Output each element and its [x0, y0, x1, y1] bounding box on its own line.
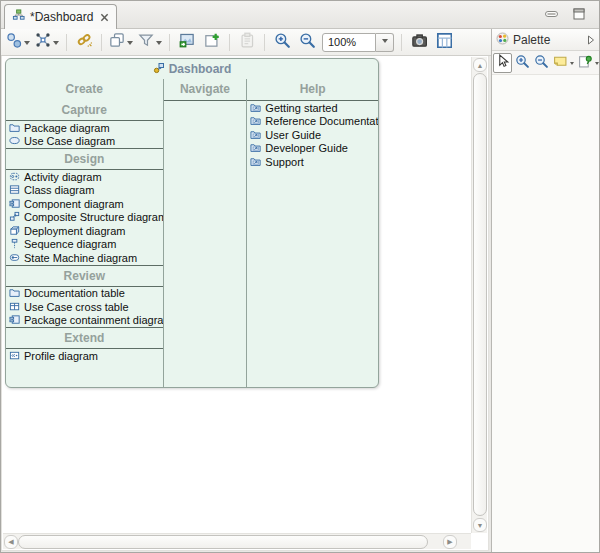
help-folder-icon	[250, 102, 262, 114]
horizontal-scroll-thumb[interactable]	[18, 535, 428, 549]
dashboard-icon	[153, 62, 165, 77]
palette-header[interactable]: Palette	[492, 29, 599, 51]
new-diagram-view-button[interactable]	[200, 31, 224, 53]
minimize-view-button[interactable]	[543, 7, 559, 20]
diagram-toolbar: 100%	[1, 29, 491, 56]
editor-area: Dashboard CreateCapturePackage diagramUs…	[1, 56, 489, 551]
dashboard-item-support[interactable]: Support	[247, 155, 378, 169]
dashboard-item-sequence-diagram[interactable]: Sequence diagram	[6, 238, 163, 252]
tab-close-icon[interactable]	[100, 13, 109, 22]
dashboard-column-navigate: Navigate	[163, 79, 247, 387]
dashboard-item-documentation-table[interactable]: Documentation table	[6, 287, 163, 301]
dashboard-item-user-guide[interactable]: User Guide	[247, 128, 378, 142]
maximize-view-button[interactable]	[571, 7, 587, 20]
dashboard-item-class-diagram[interactable]: Class diagram	[6, 184, 163, 198]
sync-with-model-button[interactable]	[72, 31, 96, 53]
zoom-in-button[interactable]	[270, 31, 294, 53]
column-header-navigate: Navigate	[164, 79, 247, 100]
scroll-down-arrow[interactable]: ▼	[473, 518, 487, 532]
help-folder-icon	[250, 129, 262, 141]
palette-zoom-in-tool[interactable]	[512, 53, 531, 73]
dropdown-arrow-icon[interactable]	[24, 41, 30, 48]
scroll-up-arrow[interactable]: ▲	[473, 58, 487, 72]
dashboard-item-state-machine-diagram[interactable]: State Machine diagram	[6, 251, 163, 265]
arrange-selection-button[interactable]	[4, 31, 32, 53]
dashboard-title: Dashboard	[169, 62, 232, 76]
dashboard-item-component-diagram[interactable]: Component diagram	[6, 197, 163, 211]
class-icon	[9, 184, 21, 196]
vertical-scroll-thumb[interactable]	[473, 73, 487, 516]
dashboard-item-label: Class diagram	[24, 184, 94, 196]
dropdown-arrow-icon[interactable]	[127, 41, 133, 48]
activity-icon	[9, 171, 21, 183]
dashboard-item-label: User Guide	[265, 129, 321, 141]
dashboard-item-use-case-diagram[interactable]: Use Case diagram	[6, 135, 163, 149]
palette-zoom-out-tool[interactable]	[531, 53, 550, 73]
horizontal-scrollbar[interactable]: ◀ ▶	[3, 533, 471, 549]
diagram-canvas[interactable]: Dashboard CreateCapturePackage diagramUs…	[2, 56, 471, 534]
column-header-create: Create	[6, 79, 163, 100]
zoom-out-button[interactable]	[295, 31, 319, 53]
palette-title: Palette	[513, 33, 550, 47]
dashboard-item-label: Documentation table	[24, 287, 125, 299]
section-header-review: Review	[6, 266, 163, 286]
section-header-capture: Capture	[6, 100, 163, 120]
snapshot-button[interactable]	[407, 31, 431, 53]
dashboard-item-profile-diagram[interactable]: Profile diagram	[6, 349, 163, 363]
dropdown-arrow-icon[interactable]	[595, 62, 599, 67]
dashboard-item-use-case-cross-table[interactable]: Use Case cross table	[6, 300, 163, 314]
zoom-out-icon	[534, 54, 548, 72]
toolbar-separator	[229, 34, 230, 51]
dropdown-arrow-icon[interactable]	[53, 41, 59, 48]
application-window: *Dashboard 100%	[0, 0, 600, 553]
layout-menu-button[interactable]	[33, 31, 61, 53]
filter-menu-button[interactable]	[136, 31, 164, 53]
scroll-right-arrow[interactable]: ▶	[443, 535, 457, 549]
palette-toolbar	[492, 51, 599, 75]
toolbar-separator	[264, 34, 265, 51]
camera-icon	[411, 32, 427, 52]
dropdown-arrow-icon[interactable]	[156, 41, 162, 48]
clipboard-icon	[239, 32, 255, 52]
dashboard-columns: CreateCapturePackage diagramUse Case dia…	[6, 79, 378, 387]
zoom-in-icon	[515, 54, 529, 72]
dashboard-item-label: State Machine diagram	[24, 252, 137, 264]
help-folder-icon	[250, 156, 262, 168]
dashboard-item-deployment-diagram[interactable]: Deployment diagram	[6, 224, 163, 238]
dashboard-item-developer-guide[interactable]: Developer Guide	[247, 142, 378, 156]
export-diagram-button[interactable]	[175, 31, 199, 53]
copy-appearance-button[interactable]	[107, 31, 135, 53]
dropdown-arrow-icon[interactable]	[570, 62, 574, 67]
scroll-left-arrow[interactable]: ◀	[4, 535, 18, 549]
palette-collapse-arrow[interactable]	[587, 35, 595, 45]
diagram-overview-button[interactable]	[432, 31, 456, 53]
dashboard-header: Dashboard	[6, 59, 378, 79]
zoom-level-combo[interactable]: 100%	[322, 33, 394, 52]
dashboard-item-label: Sequence diagram	[24, 238, 116, 250]
tab-dashboard[interactable]: *Dashboard	[4, 4, 117, 29]
selection-tool[interactable]	[493, 53, 512, 73]
zoom-level-dropdown-button[interactable]	[376, 33, 394, 52]
component-icon	[9, 198, 21, 210]
help-folder-icon	[250, 115, 262, 127]
copy-icon	[109, 32, 125, 52]
note-tool[interactable]	[550, 53, 569, 73]
dashboard-item-activity-diagram[interactable]: Activity diagram	[6, 170, 163, 184]
image-pin-icon	[204, 32, 220, 52]
diagram-tree-icon	[12, 9, 25, 25]
zoom-level-value[interactable]: 100%	[322, 33, 376, 52]
dashboard-panel: Dashboard CreateCapturePackage diagramUs…	[5, 58, 379, 388]
grid-window-icon	[436, 32, 452, 52]
dashboard-item-label: Composite Structure diagram	[24, 211, 163, 223]
toolbar-separator	[169, 34, 170, 51]
dashboard-item-reference-documentation[interactable]: Reference Documentation	[247, 115, 378, 129]
dashboard-item-label: Deployment diagram	[24, 225, 126, 237]
note-icon	[553, 54, 567, 72]
dashboard-item-composite-structure-diagram[interactable]: Composite Structure diagram	[6, 211, 163, 225]
dashboard-item-getting-started[interactable]: Getting started	[247, 101, 378, 115]
zoom-in-icon	[274, 32, 290, 52]
dashboard-item-package-containment-diagram[interactable]: Package containment diagram	[6, 314, 163, 328]
shortcut-tool[interactable]	[575, 53, 594, 73]
dashboard-item-package-diagram[interactable]: Package diagram	[6, 121, 163, 135]
vertical-scrollbar[interactable]: ▲ ▼	[471, 57, 487, 533]
